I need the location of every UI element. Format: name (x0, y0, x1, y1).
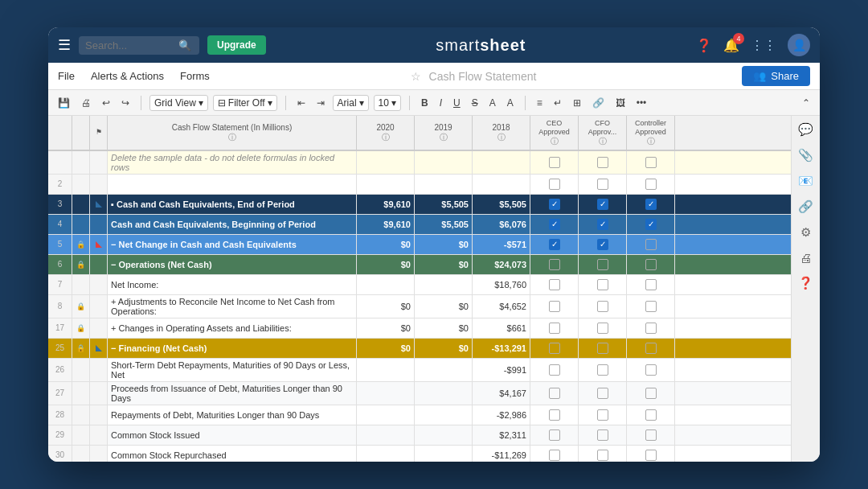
toolbar-undo-icon[interactable]: ↩ (99, 96, 113, 110)
merge-button[interactable]: ⊞ (570, 96, 584, 110)
cfo-cell[interactable] (579, 446, 627, 462)
toolbar-indent-icon[interactable]: ⇤ (294, 96, 309, 110)
ceo-cell[interactable] (530, 175, 579, 194)
underline-button[interactable]: U (450, 96, 464, 110)
ctrl-cell[interactable] (627, 295, 675, 318)
checkbox-unchecked[interactable] (645, 450, 657, 461)
publish-icon[interactable]: 🖨 (800, 251, 812, 265)
checkbox-unchecked[interactable] (549, 343, 560, 354)
ctrl-cell[interactable]: ✓ (627, 195, 675, 214)
share-button[interactable]: 👥 Share (742, 66, 810, 86)
cfo-cell[interactable] (579, 405, 627, 425)
collapse-button[interactable]: ⌃ (799, 96, 813, 110)
checkbox-checked[interactable]: ✓ (597, 239, 608, 250)
checkbox-unchecked[interactable] (645, 429, 657, 441)
filter-dropdown[interactable]: ⊟ Filter Off ▾ (213, 95, 277, 111)
checkbox-unchecked[interactable] (597, 388, 608, 399)
checkbox-unchecked[interactable] (645, 239, 657, 250)
checkbox-unchecked[interactable] (597, 343, 608, 354)
text-color-button[interactable]: A (504, 96, 517, 110)
table-row[interactable]: 30 Common Stock Repurchased -$11,269 (48, 446, 791, 462)
ctrl-cell[interactable] (627, 275, 675, 294)
checkbox-unchecked[interactable] (645, 259, 657, 270)
table-row[interactable]: 3 ▪ Cash and Cash Equivalents, End of Pe… (48, 195, 791, 215)
avatar[interactable]: 👤 (788, 34, 810, 56)
toolbar-outdent-icon[interactable]: ⇥ (313, 96, 328, 110)
checkbox-unchecked[interactable] (549, 388, 560, 399)
checkbox-unchecked[interactable] (549, 364, 560, 376)
checkbox-unchecked[interactable] (645, 388, 657, 399)
upgrade-button[interactable]: Upgrade (207, 35, 266, 55)
email-icon[interactable]: 📧 (798, 174, 813, 188)
checkbox-unchecked[interactable] (549, 450, 560, 461)
table-row[interactable]: 27 Proceeds from Issuance of Debt, Matur… (48, 382, 791, 405)
2020-info-icon[interactable]: ⓘ (382, 133, 390, 142)
cfo-cell[interactable] (579, 175, 627, 194)
ctrl-cell[interactable] (627, 405, 675, 425)
ceo-cell[interactable] (530, 446, 579, 462)
checkbox-checked[interactable]: ✓ (549, 219, 560, 230)
table-row[interactable]: 4 Cash and Cash Equivalents, Beginning o… (48, 215, 791, 235)
toolbar-save-icon[interactable]: 💾 (55, 96, 73, 110)
table-row[interactable]: 29 Common Stock Issued $2,311 (48, 425, 791, 446)
attachment-icon[interactable]: 📎 (798, 148, 813, 162)
cfo-cell[interactable] (579, 318, 627, 338)
checkbox-unchecked[interactable] (645, 364, 657, 376)
more-button[interactable]: ••• (633, 96, 650, 110)
cfo-cell[interactable]: ✓ (579, 215, 627, 234)
checkbox-checked[interactable]: ✓ (549, 239, 560, 250)
toolbar-redo-icon[interactable]: ↪ (118, 96, 133, 110)
checkbox-unchecked[interactable] (549, 259, 560, 270)
checkbox-unchecked[interactable] (645, 301, 657, 312)
ceo-cell[interactable]: ✓ (530, 195, 579, 214)
cfo-info-icon[interactable]: ⓘ (599, 137, 607, 146)
ctrl-cell[interactable] (627, 255, 675, 274)
fill-color-button[interactable]: A (486, 96, 499, 110)
cfo-cell[interactable] (579, 339, 627, 358)
checkbox-unchecked[interactable] (597, 323, 608, 334)
ctrl-cell[interactable] (627, 339, 675, 358)
label-info-icon[interactable]: ⓘ (228, 133, 236, 142)
ceo-cell[interactable] (530, 382, 579, 405)
ctrl-cell[interactable] (627, 151, 675, 174)
table-row[interactable]: 28 Repayments of Debt, Maturities Longer… (48, 405, 791, 425)
link-button[interactable]: 🔗 (589, 96, 608, 110)
checkbox-unchecked[interactable] (597, 364, 608, 376)
checkbox-unchecked[interactable] (549, 409, 560, 421)
size-dropdown[interactable]: 10 ▾ (374, 95, 401, 111)
wrap-button[interactable]: ↵ (551, 96, 565, 110)
ceo-info-icon[interactable]: ⓘ (551, 137, 559, 146)
table-row[interactable]: 25 🔒 − Financing (Net Cash) $0 $0 -$13,2… (48, 339, 791, 359)
ceo-cell[interactable] (530, 359, 579, 381)
ctrl-cell[interactable] (627, 359, 675, 381)
ceo-cell[interactable] (530, 405, 579, 425)
checkbox-unchecked[interactable] (645, 343, 657, 354)
table-row[interactable]: 7 Net Income: $18,760 (48, 275, 791, 295)
hamburger-menu-icon[interactable]: ☰ (58, 36, 71, 54)
checkbox-unchecked[interactable] (645, 409, 657, 421)
table-row[interactable]: 6 🔒 − Operations (Net Cash) $0 $0 $24,07… (48, 255, 791, 275)
cfo-cell[interactable] (579, 382, 627, 405)
table-row[interactable]: 8 🔒 + Adjustments to Reconcile Net Incom… (48, 295, 791, 318)
ceo-cell[interactable] (530, 151, 579, 174)
bold-button[interactable]: B (418, 96, 432, 110)
ctrl-cell[interactable] (627, 382, 675, 405)
ceo-cell[interactable] (530, 425, 579, 445)
ceo-cell[interactable]: ✓ (530, 235, 579, 254)
checkbox-checked[interactable]: ✓ (597, 219, 608, 230)
ceo-cell[interactable] (530, 255, 579, 274)
checkbox-checked[interactable]: ✓ (645, 199, 657, 210)
menu-alerts[interactable]: Alerts & Actions (91, 70, 164, 82)
checkbox-unchecked[interactable] (549, 429, 560, 441)
align-left-button[interactable]: ≡ (534, 96, 546, 110)
ceo-cell[interactable] (530, 339, 579, 358)
sync-icon[interactable]: 🔗 (798, 199, 813, 214)
ctrl-cell[interactable] (627, 318, 675, 338)
ctrl-info-icon[interactable]: ⓘ (647, 137, 655, 146)
menu-file[interactable]: File (58, 70, 75, 82)
table-row[interactable]: 26 Short-Term Debt Repayments, Maturitie… (48, 359, 791, 382)
hierarchy-icon[interactable]: ⚙ (800, 225, 811, 240)
checkbox-unchecked[interactable] (549, 323, 560, 334)
ctrl-cell[interactable]: ✓ (627, 215, 675, 234)
cfo-cell[interactable] (579, 275, 627, 294)
